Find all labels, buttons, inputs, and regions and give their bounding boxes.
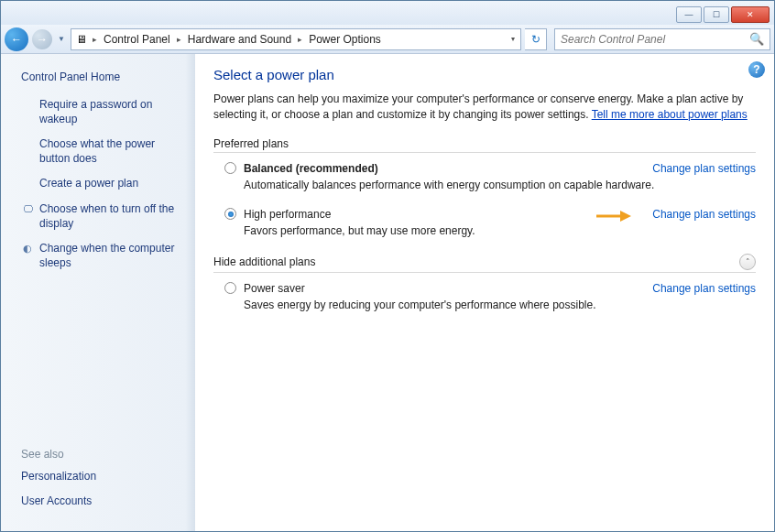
breadcrumb-separator: ▸ [295, 35, 305, 44]
control-panel-home-link[interactable]: Control Panel Home [21, 71, 184, 83]
sidebar-link-label: Require a password on wakeup [39, 98, 184, 126]
minimize-button[interactable]: ― [676, 6, 702, 23]
preferred-plans-heading: Preferred plans [213, 137, 756, 153]
sidebar-icon-blank [21, 137, 34, 166]
main-panel: ? Select a power plan Power plans can he… [195, 54, 774, 531]
search-box: 🔍 [554, 28, 770, 50]
refresh-button[interactable]: ↻ [525, 28, 547, 50]
plan-balanced: Balanced (recommended) Change plan setti… [224, 162, 756, 191]
section-label: Hide additional plans [213, 255, 315, 268]
breadcrumb-dropdown[interactable]: ▾ [509, 33, 517, 45]
section-label: Preferred plans [213, 137, 289, 150]
plan-radio-balanced[interactable] [224, 162, 236, 174]
sidebar: Control Panel Home Require a password on… [1, 54, 195, 531]
intro-link[interactable]: Tell me more about power plans [592, 108, 748, 121]
breadcrumb-separator: ▸ [90, 35, 100, 44]
breadcrumb-power-options[interactable]: Power Options [305, 29, 385, 49]
window-titlebar: ― ☐ ✕ [1, 1, 774, 25]
sidebar-link-label: Choose what the power button does [39, 137, 184, 166]
breadcrumb-hardware-sound[interactable]: Hardware and Sound [184, 29, 295, 49]
nav-history-dropdown[interactable]: ▼ [56, 30, 67, 49]
additional-plans-heading: Hide additional plans ˄ [213, 254, 756, 273]
search-input[interactable] [561, 33, 749, 46]
navigation-bar: ← → ▼ 🖥 ▸ Control Panel ▸ Hardware and S… [1, 25, 774, 54]
search-icon[interactable]: 🔍 [749, 32, 764, 46]
sidebar-link-require-password[interactable]: Require a password on wakeup [21, 98, 184, 126]
plan-name: Balanced (recommended) [244, 162, 378, 175]
see-also-user-accounts[interactable]: User Accounts [21, 494, 184, 509]
change-plan-settings-link[interactable]: Change plan settings [652, 208, 756, 221]
sidebar-link-create-plan[interactable]: Create a power plan [21, 177, 184, 191]
moon-icon: ◐ [21, 242, 34, 270]
plan-description: Automatically balances performance with … [244, 179, 756, 191]
breadcrumb-bar: 🖥 ▸ Control Panel ▸ Hardware and Sound ▸… [71, 28, 521, 50]
see-also-personalization[interactable]: Personalization [21, 470, 184, 484]
forward-button[interactable]: → [32, 29, 52, 49]
plan-description: Saves energy by reducing your computer's… [244, 299, 756, 311]
collapse-button[interactable]: ˄ [739, 254, 756, 270]
sidebar-link-label: Change when the computer sleeps [39, 242, 184, 270]
sidebar-link-power-button[interactable]: Choose what the power button does [21, 137, 184, 166]
plan-name: High performance [244, 208, 331, 221]
sidebar-link-display-off[interactable]: 🖵 Choose when to turn off the display [21, 202, 184, 231]
content-area: Control Panel Home Require a password on… [1, 54, 774, 531]
back-button[interactable]: ← [5, 27, 28, 51]
sidebar-link-label: Create a power plan [39, 177, 138, 191]
plan-power-saver: Power saver Change plan settings Saves e… [224, 282, 756, 311]
help-icon[interactable]: ? [748, 61, 765, 78]
page-title: Select a power plan [213, 67, 756, 82]
change-plan-settings-link[interactable]: Change plan settings [652, 282, 756, 295]
see-also-label: Personalization [21, 470, 96, 484]
sidebar-link-sleep[interactable]: ◐ Change when the computer sleeps [21, 242, 184, 270]
sidebar-icon-blank [21, 177, 34, 191]
plan-radio-high-performance[interactable] [224, 208, 236, 220]
close-button[interactable]: ✕ [731, 6, 770, 23]
sidebar-icon-blank [21, 98, 34, 126]
plan-description: Favors performance, but may use more ene… [244, 224, 756, 237]
breadcrumb-separator: ▸ [174, 35, 184, 44]
monitor-icon: 🖵 [21, 202, 34, 231]
maximize-button[interactable]: ☐ [704, 6, 729, 23]
location-icon: 🖥 [73, 31, 90, 48]
change-plan-settings-link[interactable]: Change plan settings [652, 162, 756, 175]
plan-radio-power-saver[interactable] [224, 282, 236, 294]
see-also-heading: See also [21, 448, 184, 461]
see-also-label: User Accounts [21, 494, 92, 509]
sidebar-link-label: Choose when to turn off the display [39, 202, 184, 231]
intro-text: Power plans can help you maximize your c… [213, 92, 756, 123]
breadcrumb-control-panel[interactable]: Control Panel [100, 29, 174, 49]
plan-name: Power saver [244, 282, 305, 295]
plan-high-performance: High performance Change plan settings Fa… [224, 208, 756, 237]
